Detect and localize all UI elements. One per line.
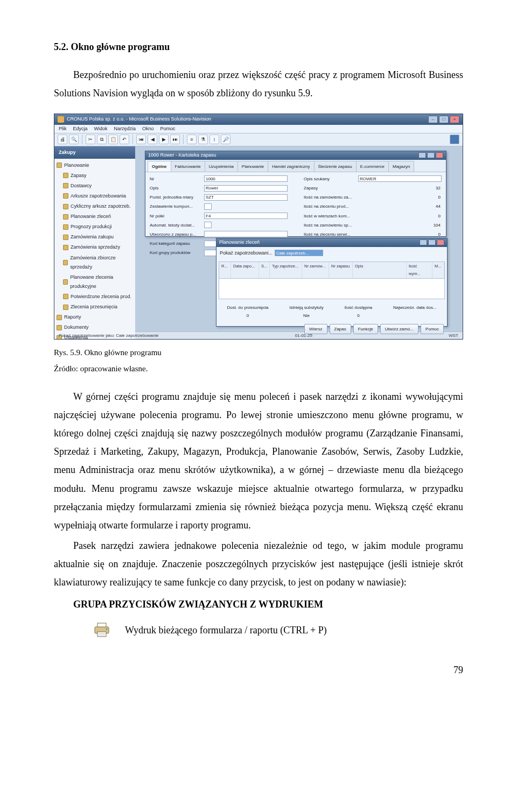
- field-value: 44: [358, 202, 442, 210]
- sort-icon[interactable]: ↕: [209, 135, 219, 144]
- find-icon[interactable]: 🔎: [221, 135, 230, 144]
- form-maximize-button[interactable]: [428, 239, 436, 245]
- form-planowanie: Planowanie zleceń Pokaż zapotrzebowani..…: [216, 238, 448, 327]
- undo-icon[interactable]: ↶: [120, 135, 129, 144]
- sidebar-item[interactable]: Raporty: [57, 312, 133, 322]
- menu-widok[interactable]: Widok: [94, 124, 108, 133]
- tab-ogolne[interactable]: Ogólne: [148, 161, 171, 172]
- folder-icon: [63, 173, 68, 178]
- sidebar-item[interactable]: Dostawcy: [57, 181, 133, 191]
- form-kartoteka: 1000 Rower - Kartoteka zapasu Ogólne Fak…: [145, 151, 446, 237]
- folder-icon: [57, 325, 62, 330]
- field-input[interactable]: Rower: [204, 185, 288, 192]
- tab-planowanie[interactable]: Planowanie: [237, 161, 268, 172]
- column-header[interactable]: Ilość wym...: [407, 262, 432, 279]
- data-grid[interactable]: R... Data zapo... S... Typ zapotrze... N…: [219, 262, 445, 299]
- tab-fakturowanie[interactable]: Fakturowanie: [171, 161, 205, 172]
- form-minimize-button[interactable]: [418, 152, 426, 158]
- shortcut-row: Wydruk bieżącego formularza / raportu (C…: [93, 621, 463, 639]
- cut-icon[interactable]: ✂: [86, 135, 95, 144]
- sidebar-item[interactable]: Zapasy: [57, 171, 133, 181]
- field-label: Ilość w wierszach kom...: [304, 212, 355, 220]
- folder-icon: [63, 204, 68, 209]
- tab-magazyn[interactable]: Magazyn: [388, 161, 414, 172]
- field-label: Nr: [150, 175, 201, 183]
- checkbox[interactable]: [204, 222, 212, 228]
- field-input[interactable]: 1000: [204, 175, 288, 182]
- maximize-button[interactable]: □: [439, 116, 449, 123]
- figure-screenshot: CRONUS Polska sp. z o.o. - Microsoft Bus…: [54, 114, 463, 340]
- field-label: Utworzono z zapasu p...: [150, 230, 201, 238]
- info-value: 0: [357, 312, 359, 320]
- pomoc-button[interactable]: Pomoc: [421, 324, 444, 334]
- close-button[interactable]: ×: [450, 116, 459, 123]
- form-minimize-button[interactable]: [420, 239, 427, 245]
- sidebar-item[interactable]: Dokumenty: [57, 322, 133, 333]
- menu-edycja[interactable]: Edycja: [73, 124, 88, 133]
- print-icon[interactable]: 🖨: [58, 135, 67, 144]
- dropdown[interactable]: Całe zapotrzeb...: [275, 250, 323, 256]
- sidebar-item[interactable]: Planowanie: [57, 160, 133, 171]
- menu-narzedzia[interactable]: Narzędzia: [114, 124, 136, 133]
- column-header[interactable]: S...: [259, 262, 270, 279]
- checkbox[interactable]: [204, 203, 212, 210]
- filter-icon[interactable]: ⚗: [198, 135, 208, 144]
- sidebar-item[interactable]: Arkusze zapotrzebowania: [57, 191, 133, 201]
- form-close-button[interactable]: [437, 239, 444, 245]
- form-close-button[interactable]: [436, 152, 443, 158]
- sidebar-item[interactable]: Prognozy produkcji: [57, 222, 133, 232]
- menu-pomoc[interactable]: Pomoc: [160, 124, 176, 133]
- sidebar-item[interactable]: Planowanie zleceń: [57, 211, 133, 222]
- field-label: Zapasy: [304, 184, 355, 192]
- tab-handel[interactable]: Handel zagraniczny: [268, 161, 314, 172]
- nav-next-icon[interactable]: ▶: [159, 135, 169, 144]
- field-input[interactable]: SZT: [204, 194, 288, 201]
- copy-icon[interactable]: ⧉: [97, 135, 107, 144]
- app-icon: [58, 116, 64, 123]
- list-icon[interactable]: ≡: [187, 135, 197, 144]
- sidebar-item[interactable]: Zlecenia przesunięcia: [57, 302, 133, 312]
- column-header[interactable]: Typ zapotrze...: [270, 262, 302, 279]
- nav-last-icon[interactable]: ⏭: [170, 135, 180, 144]
- sidebar-item[interactable]: Potwierdzone zlecenia prod.: [57, 292, 133, 302]
- form-maximize-button[interactable]: [427, 152, 435, 158]
- paste-icon[interactable]: 📋: [108, 135, 118, 144]
- field-label: Opis: [150, 184, 201, 192]
- column-header[interactable]: Nr zamów...: [302, 262, 329, 279]
- field-input[interactable]: ROWER: [358, 175, 442, 182]
- field-input[interactable]: F4: [204, 213, 288, 219]
- main-pane: 1000 Rower - Kartoteka zapasu Ogólne Fak…: [135, 146, 463, 331]
- field-label: Pokaż zapotrzebowani...: [220, 249, 273, 258]
- column-header[interactable]: Data zapo...: [231, 262, 259, 279]
- nav-first-icon[interactable]: ⏮: [136, 135, 146, 144]
- sidebar-item[interactable]: Zamówienia zakupu: [57, 232, 133, 242]
- column-header[interactable]: M...: [432, 262, 444, 279]
- utworz-button[interactable]: Utwórz zamó...: [380, 324, 418, 334]
- field-input[interactable]: [204, 231, 288, 237]
- tab-sledzenie[interactable]: Śledzenie zapasu: [314, 161, 357, 172]
- folder-icon: [63, 214, 68, 220]
- menu-okno[interactable]: Okno: [142, 124, 154, 133]
- tab-ecommerce[interactable]: E-commerce: [356, 161, 389, 172]
- menu-plik[interactable]: Plik: [59, 124, 67, 133]
- wiersz-button[interactable]: Wiersz: [304, 324, 327, 334]
- group-heading: GRUPA PRZYCISKÓW ZWIĄZANYCH Z WYDRUKIEM: [73, 595, 463, 613]
- tab-uzupelnienia[interactable]: Uzupełnienia: [205, 161, 238, 172]
- info-label: Dost. do przesunięcia: [227, 303, 268, 312]
- column-header[interactable]: R...: [219, 262, 231, 279]
- preview-icon[interactable]: 🔍: [69, 135, 79, 144]
- sidebar-item[interactable]: Zamówienia sprzedaży: [57, 242, 133, 252]
- column-header[interactable]: Nr zapasu: [329, 262, 353, 279]
- sidebar-item[interactable]: Zamówienia zbiorcze sprzedaży: [57, 253, 133, 272]
- funkcje-button[interactable]: Funkcje: [353, 324, 378, 334]
- sidebar-tree: Planowanie Zapasy Dostawcy Arkusze zapot…: [54, 159, 135, 340]
- nav-prev-icon[interactable]: ◀: [148, 135, 157, 144]
- folder-icon: [63, 224, 68, 230]
- minimize-button[interactable]: –: [428, 116, 438, 123]
- zapas-button[interactable]: Zapas: [330, 324, 351, 334]
- column-header[interactable]: Opis: [353, 262, 407, 279]
- help-icon[interactable]: [450, 135, 459, 144]
- paragraph-intro: Bezpośrednio po uruchomieniu oraz przez …: [54, 66, 463, 102]
- sidebar-item[interactable]: Planowane zlecenia produkcyjne: [57, 272, 133, 292]
- sidebar-item[interactable]: Cykliczny arkusz zapotrzeb.: [57, 201, 133, 211]
